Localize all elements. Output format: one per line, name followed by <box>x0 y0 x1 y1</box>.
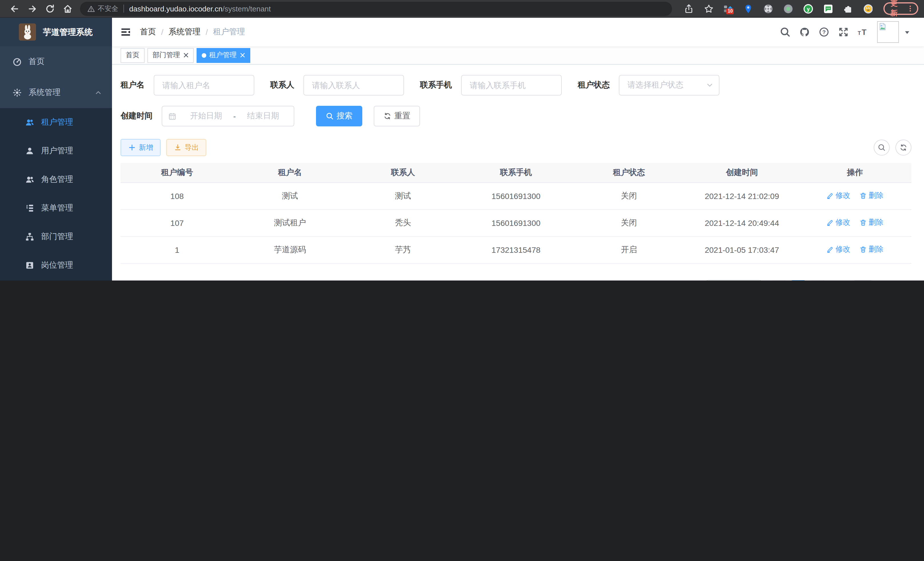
toggle-search-button[interactable] <box>874 140 890 156</box>
pencil-icon <box>826 246 834 253</box>
page-number-1[interactable]: 1 <box>791 280 806 281</box>
update-button[interactable]: 更新 <box>884 2 918 15</box>
extension-record-icon[interactable] <box>783 4 793 14</box>
sidebar-item-post[interactable]: 岗位管理 <box>0 251 112 280</box>
download-icon <box>174 144 182 152</box>
tab-dept[interactable]: 部门管理 <box>147 48 194 63</box>
sidebar-item-tenant[interactable]: 租户管理 <box>0 108 112 137</box>
tenant-name-label: 租户名 <box>121 80 145 90</box>
url-host: dashboard.yudao.iocoder.cn <box>129 4 223 13</box>
browser-menu-icon[interactable] <box>907 5 914 12</box>
github-icon[interactable] <box>800 27 810 37</box>
cell-contact: 芋艿 <box>346 236 459 263</box>
post-icon <box>25 261 34 270</box>
goto-page-input[interactable] <box>853 280 873 281</box>
trash-icon <box>860 219 867 226</box>
browser-actions-tray: 10 y 更新 <box>679 2 918 15</box>
edit-link[interactable]: 修改 <box>826 244 850 255</box>
sidebar-item-menu[interactable]: 菜单管理 <box>0 194 112 223</box>
breadcrumb-item[interactable]: 系统管理 <box>169 27 201 37</box>
cell-name: 测试租户 <box>233 209 346 236</box>
extension-command-icon[interactable] <box>764 4 773 14</box>
extension-emoji-icon[interactable] <box>863 4 873 14</box>
active-tab-dot <box>202 53 206 57</box>
create-time-range-picker[interactable]: 开始日期 - 结束日期 <box>162 106 294 126</box>
prev-page-button[interactable] <box>771 280 786 281</box>
home-icon[interactable] <box>63 4 73 14</box>
edit-label: 修改 <box>836 244 850 255</box>
cell-phone: 17321315478 <box>459 236 572 263</box>
tenant-table: 租户编号租户名联系人联系手机租户状态创建时间操作 108测试测试15601691… <box>121 163 911 263</box>
sidebar: 芋道管理系统 首页系统管理租户管理用户管理角色管理菜单管理部门管理岗位管理字典管… <box>0 18 112 281</box>
sidebar-item-role[interactable]: 角色管理 <box>0 165 112 194</box>
search-button[interactable]: 搜索 <box>316 106 362 126</box>
reset-button[interactable]: 重置 <box>374 106 420 126</box>
export-button-label: 导出 <box>184 143 199 152</box>
reset-icon <box>383 112 392 120</box>
sidebar-item-dept[interactable]: 部门管理 <box>0 223 112 251</box>
extension-puzzle-icon[interactable] <box>843 4 853 14</box>
phone-input[interactable] <box>461 75 562 96</box>
column-header-3: 联系手机 <box>459 163 572 182</box>
date-range-separator: - <box>231 111 238 121</box>
filter-phone: 联系手机 <box>420 75 562 96</box>
close-icon[interactable] <box>240 53 245 58</box>
tenant-status-select[interactable]: 请选择租户状态 <box>619 75 719 96</box>
reload-icon[interactable] <box>45 4 55 14</box>
sidebar-item-home[interactable]: 首页 <box>0 46 112 77</box>
next-page-button[interactable] <box>810 280 825 281</box>
search-button-icon <box>326 112 334 120</box>
edit-link[interactable]: 修改 <box>826 191 850 201</box>
url-bar[interactable]: 不安全 dashboard.yudao.iocoder.cn/system/te… <box>80 2 672 16</box>
cell-contact: 测试 <box>346 182 459 209</box>
tab-label: 租户管理 <box>209 50 237 60</box>
extension-y-icon[interactable]: y <box>803 4 813 14</box>
tab-home[interactable]: 首页 <box>121 48 145 63</box>
delete-link[interactable]: 删除 <box>860 244 884 255</box>
export-button[interactable]: 导出 <box>166 139 206 156</box>
forward-icon[interactable] <box>27 4 37 14</box>
page-size-select[interactable]: 10条/页 <box>706 279 761 281</box>
font-size-icon[interactable]: TT <box>858 27 868 37</box>
svg-text:y: y <box>807 6 810 12</box>
extension-tabs-icon[interactable]: 10 <box>724 4 734 14</box>
add-button[interactable]: 新增 <box>121 139 160 156</box>
avatar[interactable] <box>877 21 899 43</box>
bookmark-star-icon[interactable] <box>704 4 713 14</box>
edit-link[interactable]: 修改 <box>826 218 850 228</box>
delete-link[interactable]: 删除 <box>860 191 884 201</box>
sidebar-item-user[interactable]: 用户管理 <box>0 137 112 165</box>
hamburger-icon[interactable] <box>121 27 131 37</box>
sidebar-item-dict[interactable]: 字典管理 <box>0 280 112 281</box>
back-icon[interactable] <box>10 4 20 14</box>
delete-label: 删除 <box>868 244 884 255</box>
refresh-button[interactable] <box>896 140 911 156</box>
close-icon[interactable] <box>183 53 189 58</box>
sidebar-item-system[interactable]: 系统管理 <box>0 77 112 108</box>
avatar-caret-icon[interactable] <box>904 29 910 35</box>
roles-icon <box>25 175 34 184</box>
tenant-name-input[interactable] <box>154 75 254 96</box>
extension-chat-icon[interactable] <box>824 4 833 14</box>
cell-name: 芋道源码 <box>233 236 346 263</box>
cell-created: 2021-01-05 17:03:47 <box>686 236 798 263</box>
breadcrumb-separator: / <box>206 27 208 37</box>
extension-pin-icon[interactable] <box>744 4 753 14</box>
tab-tenant[interactable]: 租户管理 <box>196 48 250 63</box>
cell-id: 107 <box>121 209 233 236</box>
app-logo[interactable]: 芋道管理系统 <box>0 18 112 46</box>
help-icon[interactable]: ? <box>819 27 829 37</box>
edit-label: 修改 <box>836 218 850 228</box>
content: 租户名 联系人 联系手机 租户状态 请选择租户状态 <box>112 65 924 281</box>
fullscreen-icon[interactable] <box>838 27 849 37</box>
sidebar-item-label: 部门管理 <box>41 232 73 242</box>
delete-link[interactable]: 删除 <box>860 218 884 228</box>
cell-actions: 修改删除 <box>798 209 911 236</box>
security-label[interactable]: 不安全 <box>98 4 118 14</box>
cell-created: 2021-12-14 20:49:44 <box>686 209 798 236</box>
share-icon[interactable] <box>684 4 694 14</box>
search-icon[interactable] <box>780 27 790 37</box>
breadcrumb-item[interactable]: 首页 <box>140 27 156 37</box>
end-date-placeholder: 结束日期 <box>238 111 288 121</box>
contact-input[interactable] <box>303 75 404 96</box>
